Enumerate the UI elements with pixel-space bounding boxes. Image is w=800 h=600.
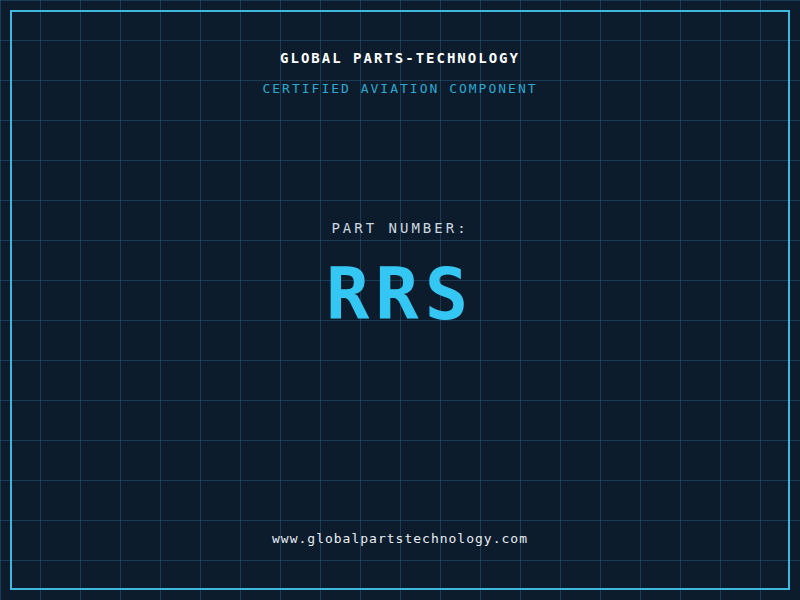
part-number-value: RRS xyxy=(0,258,800,330)
website-url: www.globalpartstechnology.com xyxy=(0,531,800,546)
certification-subtitle: CERTIFIED AVIATION COMPONENT xyxy=(0,81,800,96)
certificate-page: { "page": { "title": "GLOBAL PARTS-TECHN… xyxy=(0,0,800,600)
certificate-content: GLOBAL PARTS-TECHNOLOGY CERTIFIED AVIATI… xyxy=(0,0,800,600)
part-number-label: PART NUMBER: xyxy=(0,220,800,236)
company-title: GLOBAL PARTS-TECHNOLOGY xyxy=(0,50,800,66)
